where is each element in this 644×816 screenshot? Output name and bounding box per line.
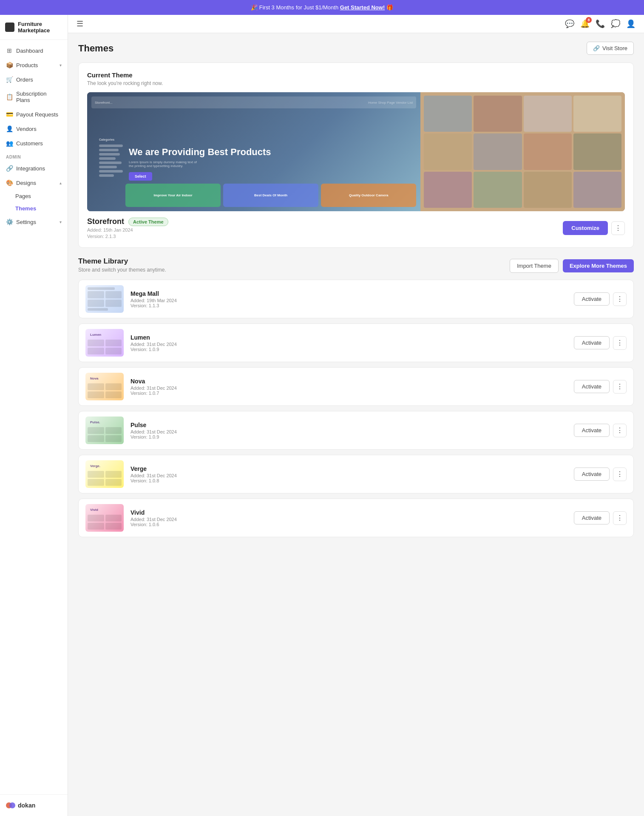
current-theme-title: Current Theme [87, 71, 625, 79]
activate-button[interactable]: Activate [574, 424, 610, 437]
theme-list: Mega Mall Added: 19th Mar 2024 Version: … [78, 280, 634, 537]
theme-preview: Storefront... Home Shop Page Vendor List… [87, 92, 625, 211]
sidebar-label: Orders [16, 76, 33, 83]
more-options-button[interactable]: ⋮ [613, 380, 627, 394]
library-header: Theme Library Store and switch your them… [78, 257, 634, 273]
theme-info-verge: Verge Added: 31st Dec 2024 Version: 1.0.… [131, 465, 567, 483]
preview-nav-bar: Storefront... Home Shop Page Vendor List [91, 96, 416, 108]
sidebar-label: Subscription Plans [16, 91, 62, 103]
message-icon[interactable]: 💭 [611, 19, 620, 28]
activate-button[interactable]: Activate [574, 380, 610, 393]
more-options-button[interactable]: ⋮ [613, 336, 627, 350]
theme-list-item: Lumen Lumen Added: 31 [78, 323, 634, 362]
sidebar-item-pages[interactable]: Pages [12, 190, 68, 202]
orders-icon: 🛒 [6, 76, 13, 83]
themes-label: Themes [15, 205, 36, 212]
topbar-left: ☰ [77, 19, 83, 28]
theme-info-nova: Nova Added: 31st Dec 2024 Version: 1.0.7 [131, 378, 567, 396]
dokan-label: dokan [18, 802, 35, 809]
sidebar-label: Vendors [16, 126, 37, 132]
more-options-button[interactable]: ⋮ [613, 511, 627, 525]
preview-storefront-text: Storefront... [95, 101, 113, 105]
theme-list-item: Verge. Verge Added: 3 [78, 455, 634, 493]
theme-item-version: Version: 1.0.7 [131, 391, 567, 396]
sidebar-item-themes[interactable]: Themes [12, 202, 68, 215]
sidebar-item-payout[interactable]: 💳 Payout Requests [0, 107, 68, 122]
banner-cta[interactable]: Get Started Now! [340, 4, 385, 11]
preview-thumb-6 [474, 133, 522, 170]
phone-icon[interactable]: 📞 [596, 19, 605, 28]
more-options-button[interactable]: ⋮ [613, 468, 627, 481]
theme-item-added: Added: 19th Mar 2024 [131, 298, 567, 303]
sidebar-label: Payout Requests [16, 111, 58, 118]
theme-item-added: Added: 31st Dec 2024 [131, 517, 567, 522]
theme-item-name: Lumen [131, 334, 567, 341]
topbar: ☰ 💬 🔔 8 📞 💭 👤 [68, 15, 644, 33]
payout-icon: 💳 [6, 111, 13, 118]
notification-badge: 8 [586, 17, 592, 23]
library-title-area: Theme Library Store and switch your them… [78, 257, 166, 273]
user-icon[interactable]: 👤 [626, 19, 635, 28]
theme-item-added: Added: 31st Dec 2024 [131, 385, 567, 391]
preview-hero-text: We are Providing Best Products [129, 147, 413, 158]
sidebar-item-customers[interactable]: 👥 Customers [0, 136, 68, 150]
more-options-button[interactable]: ⋮ [613, 424, 627, 437]
theme-item-actions: Activate ⋮ [574, 424, 627, 437]
theme-info-pulse: Pulse Added: 31st Dec 2024 Version: 1.0.… [131, 422, 567, 439]
theme-preview-inner: Storefront... Home Shop Page Vendor List… [87, 92, 625, 211]
promo-banner: 🎉 First 3 Months for Just $1/Month Get S… [0, 0, 644, 15]
sidebar-item-dashboard[interactable]: ⊞ Dashboard [0, 43, 68, 58]
more-options-button[interactable]: ⋮ [613, 292, 627, 306]
chevron-down-icon: ▾ [60, 63, 62, 68]
preview-thumb-5 [424, 133, 472, 170]
sidebar-item-subscription[interactable]: 📋 Subscription Plans [0, 87, 68, 107]
library-actions: Import Theme Explore More Themes [510, 259, 634, 273]
sidebar-item-settings[interactable]: ⚙️ Settings ▾ [0, 215, 68, 229]
theme-thumbnail-pulse: Pulse. [85, 416, 124, 444]
hamburger-icon[interactable]: ☰ [77, 19, 83, 28]
dashboard-icon: ⊞ [6, 47, 13, 54]
import-theme-button[interactable]: Import Theme [510, 259, 559, 273]
svg-point-1 [9, 802, 15, 808]
theme-list-item: Pulse. Pulse Added: 3 [78, 411, 634, 450]
banner-emoji: 🎁 [386, 4, 393, 11]
sidebar-item-designs[interactable]: 🎨 Designs ▴ [0, 176, 68, 190]
theme-item-actions: Activate ⋮ [574, 380, 627, 394]
preview-thumb-11 [524, 172, 572, 208]
preview-sidebar: Categories [99, 138, 129, 197]
products-icon: 📦 [6, 62, 13, 68]
preview-cta-btn: Select [129, 172, 152, 181]
sidebar-navigation: ⊞ Dashboard 📦 Products ▾ 🛒 Orders 📋 Subs… [0, 40, 68, 794]
explore-themes-button[interactable]: Explore More Themes [563, 259, 634, 272]
sidebar-label: Settings [16, 219, 36, 225]
theme-item-version: Version: 1.1.3 [131, 303, 567, 308]
theme-list-item: Mega Mall Added: 19th Mar 2024 Version: … [78, 280, 634, 318]
theme-item-actions: Activate ⋮ [574, 511, 627, 525]
sidebar-label: Customers [16, 140, 43, 147]
more-options-button[interactable]: ⋮ [611, 221, 625, 235]
activate-button[interactable]: Activate [574, 468, 610, 481]
theme-thumbnail-nova: Nova [85, 373, 124, 400]
preview-thumb-12 [573, 172, 621, 208]
page-area: Themes 🔗 Visit Store Current Theme The l… [68, 33, 644, 546]
activate-button[interactable]: Activate [574, 336, 610, 349]
library-subtitle: Store and switch your themes anytime. [78, 267, 166, 273]
sidebar-item-products[interactable]: 📦 Products ▾ [0, 58, 68, 72]
chat-icon[interactable]: 💬 [565, 19, 574, 28]
preview-right [420, 92, 625, 211]
theme-item-added: Added: 31st Dec 2024 [131, 429, 567, 434]
theme-list-item: Nova Nova Added: 31st [78, 367, 634, 406]
notification-icon[interactable]: 🔔 8 [580, 19, 590, 28]
visit-store-button[interactable]: 🔗 Visit Store [587, 42, 634, 55]
vendors-icon: 👤 [6, 125, 13, 132]
visit-store-label: Visit Store [602, 45, 627, 51]
activate-button[interactable]: Activate [574, 292, 610, 306]
activate-button[interactable]: Activate [574, 511, 610, 524]
sidebar-item-vendors[interactable]: 👤 Vendors [0, 122, 68, 136]
subscription-icon: 📋 [6, 94, 13, 100]
sidebar-item-integrations[interactable]: 🔗 Integrations [0, 161, 68, 176]
theme-item-added: Added: 31st Dec 2024 [131, 473, 567, 478]
sidebar-item-orders[interactable]: 🛒 Orders [0, 72, 68, 87]
preview-nav-links: Home Shop Page Vendor List [368, 101, 413, 105]
customize-button[interactable]: Customize [563, 221, 608, 235]
